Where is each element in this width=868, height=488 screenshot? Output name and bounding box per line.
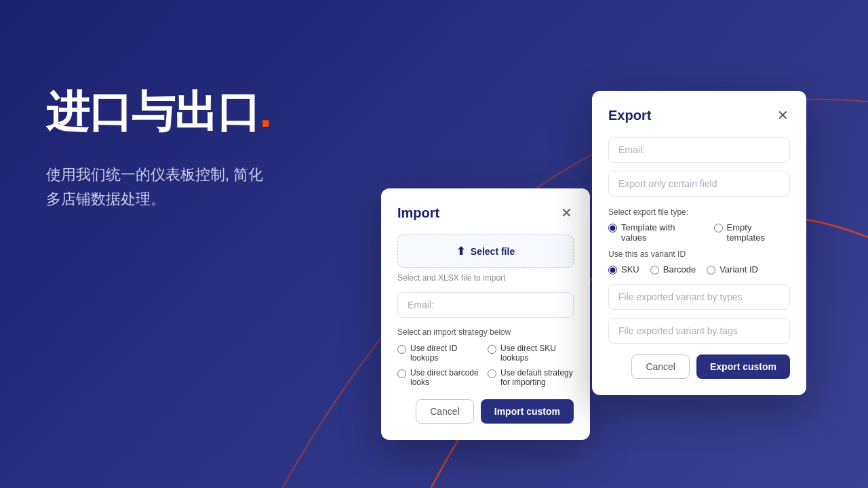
type-option-template[interactable]: Template with values xyxy=(608,222,701,243)
strategy-radio-2[interactable] xyxy=(488,345,496,354)
export-modal-footer: Cancel Export custom xyxy=(608,354,790,379)
strategy-option-1[interactable]: Use direct ID lookups xyxy=(397,344,484,363)
export-email-field[interactable] xyxy=(608,137,790,163)
export-type-options: Template with values Empty templates xyxy=(608,222,790,243)
export-variant-types-field[interactable] xyxy=(608,284,790,310)
export-type-label: Select export file type: xyxy=(608,207,790,217)
strategy-option-3[interactable]: Use direct barcode looks xyxy=(397,368,484,387)
variant-radio-id[interactable] xyxy=(707,266,715,274)
strategy-radio-3[interactable] xyxy=(397,369,406,378)
strategy-option-2[interactable]: Use direct SKU lookups xyxy=(488,344,574,363)
variant-barcode[interactable]: Barcode xyxy=(650,264,696,274)
variant-sku[interactable]: SKU xyxy=(608,264,639,274)
type-radio-empty[interactable] xyxy=(714,224,723,232)
import-modal-title: Import xyxy=(397,205,439,221)
strategy-label: Select an import strategy below xyxy=(397,327,574,337)
variant-id-label: Use this as variant ID xyxy=(608,249,790,259)
hero-subtitle: 使用我们统一的仪表板控制, 简化多店铺数据处理。 xyxy=(46,163,271,210)
hero-section: 进口与出口. 使用我们统一的仪表板控制, 简化多店铺数据处理。 xyxy=(46,88,271,211)
variant-label-sku: SKU xyxy=(621,264,639,274)
strategy-grid: Use direct ID lookups Use direct SKU loo… xyxy=(397,344,574,387)
export-modal: Export ✕ Select export file type: Templa… xyxy=(592,91,806,395)
strategy-label-1: Use direct ID lookups xyxy=(410,344,484,363)
select-file-button[interactable]: ⬆ Select file xyxy=(397,235,574,268)
strategy-label-4: Use default strategy for importing xyxy=(500,368,574,387)
variant-radio-sku[interactable] xyxy=(608,266,617,274)
select-file-label: Select file xyxy=(471,246,515,257)
hero-title-text: 进口与出口 xyxy=(46,87,260,136)
export-custom-button[interactable]: Export custom xyxy=(696,354,790,379)
variant-radio-barcode[interactable] xyxy=(650,266,659,274)
export-cancel-button[interactable]: Cancel xyxy=(631,354,690,379)
export-field-input[interactable] xyxy=(608,171,790,197)
import-modal-footer: Cancel Import custom xyxy=(397,399,574,424)
export-modal-title: Export xyxy=(608,108,651,123)
hero-title: 进口与出口. xyxy=(46,88,271,136)
strategy-option-4[interactable]: Use default strategy for importing xyxy=(488,368,574,387)
type-label-template: Template with values xyxy=(621,222,701,243)
variant-label-id: Variant ID xyxy=(719,264,758,274)
import-custom-button[interactable]: Import custom xyxy=(481,399,574,424)
hero-dot: . xyxy=(260,88,271,136)
import-cancel-button[interactable]: Cancel xyxy=(416,399,474,424)
import-modal: Import ✕ ⬆ Select file Select and XLSX f… xyxy=(381,188,590,440)
export-variant-tags-field[interactable] xyxy=(608,318,790,344)
type-label-empty: Empty templates xyxy=(727,222,790,243)
strategy-radio-4[interactable] xyxy=(488,369,496,378)
import-modal-header: Import ✕ xyxy=(397,205,574,221)
upload-icon: ⬆ xyxy=(456,245,465,258)
import-email-field[interactable] xyxy=(397,292,574,318)
variant-id-option[interactable]: Variant ID xyxy=(707,264,758,274)
export-modal-header: Export ✕ xyxy=(608,107,790,123)
import-close-button[interactable]: ✕ xyxy=(559,205,574,221)
strategy-label-3: Use direct barcode looks xyxy=(410,368,484,387)
type-radio-template[interactable] xyxy=(608,224,617,232)
type-option-empty[interactable]: Empty templates xyxy=(714,222,790,243)
variant-label-barcode: Barcode xyxy=(663,264,696,274)
strategy-label-2: Use direct SKU lookups xyxy=(500,344,574,363)
export-close-button[interactable]: ✕ xyxy=(776,107,790,123)
file-hint: Select and XLSX file to import xyxy=(397,273,574,283)
variant-id-options: SKU Barcode Variant ID xyxy=(608,264,790,274)
strategy-radio-1[interactable] xyxy=(397,345,406,354)
